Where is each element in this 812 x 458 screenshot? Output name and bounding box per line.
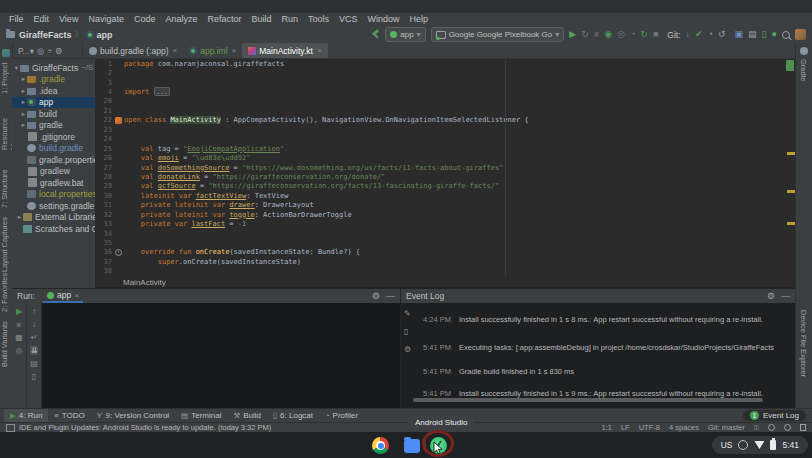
- tree-item-gradlew-bat[interactable]: gradlew.bat: [12, 177, 95, 189]
- profiler-icon[interactable]: ◔: [630, 28, 635, 41]
- collapse-all-icon[interactable]: ÷: [47, 46, 52, 56]
- apply-changes-icon[interactable]: ↻: [581, 28, 589, 41]
- system-tray[interactable]: US 5:41: [712, 436, 808, 454]
- mark-read-icon[interactable]: ✎: [404, 309, 411, 318]
- chevron-icon[interactable]: ▸: [20, 75, 27, 83]
- menu-item-refactor[interactable]: Refactor: [202, 13, 246, 26]
- stripe-7-structure[interactable]: 7: Structure: [0, 165, 12, 213]
- stripe-2-favorites[interactable]: 2: Favorites: [0, 268, 12, 316]
- status-segment-git-master[interactable]: Git: master: [708, 423, 745, 432]
- stop-icon[interactable]: ■: [17, 320, 22, 329]
- stripe-build-variants[interactable]: Build Variants: [0, 318, 12, 370]
- soft-wrap-icon[interactable]: ↵: [31, 333, 38, 342]
- update-project-icon[interactable]: ↓: [686, 28, 691, 41]
- tree-item-local-properties[interactable]: local.properties: [12, 189, 95, 201]
- menu-item-vcs[interactable]: VCS: [334, 13, 363, 26]
- project-settings-icon[interactable]: ⚙: [55, 46, 63, 56]
- restore-layout-icon[interactable]: ▦: [15, 333, 23, 342]
- sdk-manager-icon[interactable]: ●: [772, 28, 777, 41]
- stop-process-icon[interactable]: ■: [653, 28, 658, 41]
- debug-icon[interactable]: ◉: [604, 28, 612, 41]
- tree-item-settings-gradle[interactable]: settings.gradle: [12, 200, 95, 212]
- tab-mainactivity-kt[interactable]: MainActivity.kt×: [242, 43, 327, 58]
- run-config-combo[interactable]: app ▾: [385, 27, 425, 42]
- chevron-icon[interactable]: ▾: [13, 64, 20, 72]
- readonly-lock-icon[interactable]: ⚿: [754, 424, 759, 432]
- stripe-gradle[interactable]: Gradle: [799, 59, 808, 82]
- run-console[interactable]: [43, 303, 400, 409]
- breadcrumb-project[interactable]: GiraffeFacts: [19, 30, 72, 40]
- code-editor[interactable]: 1package com.naranjaconsal.giraffefacts2…: [95, 59, 795, 277]
- close-icon[interactable]: ×: [232, 46, 237, 55]
- files-app-icon[interactable]: [404, 439, 420, 453]
- notifications-icon[interactable]: [784, 424, 791, 431]
- tree-item-build[interactable]: ▸build: [12, 108, 95, 120]
- history-icon[interactable]: ◔: [708, 28, 713, 41]
- device-combo[interactable]: Google Google Pixelbook Go ▾: [431, 27, 565, 42]
- menu-item-view[interactable]: View: [54, 13, 83, 26]
- profile-avatar[interactable]: [795, 29, 806, 40]
- log-settings-icon[interactable]: ⚙: [404, 345, 411, 354]
- menu-item-run[interactable]: Run: [277, 13, 304, 26]
- event-log-settings-icon[interactable]: ⚙: [767, 291, 775, 301]
- menu-item-edit[interactable]: Edit: [29, 13, 55, 26]
- tree-item-gradle[interactable]: ▸.gradle: [12, 74, 95, 86]
- close-icon[interactable]: ×: [317, 46, 322, 55]
- tab-build-gradle-app[interactable]: build.gradle (:app)×: [83, 43, 183, 58]
- menu-item-tools[interactable]: Tools: [303, 13, 334, 26]
- run-settings-icon[interactable]: ⚙: [372, 291, 380, 301]
- menu-item-code[interactable]: Code: [129, 13, 161, 26]
- run-tab-app[interactable]: app ×: [43, 289, 83, 303]
- event-log-entry[interactable]: 5:41 PMExecuting tasks: [:app:assembleDe…: [423, 343, 774, 352]
- status-segment-lf[interactable]: LF: [621, 423, 630, 432]
- run-icon[interactable]: ▶: [569, 28, 576, 41]
- layout-inspector-icon[interactable]: ▤: [748, 28, 757, 41]
- apply-code-changes-icon[interactable]: ↻: [640, 28, 648, 41]
- chevron-icon[interactable]: ▸: [20, 110, 27, 118]
- chevron-icon[interactable]: ▸: [20, 87, 27, 95]
- menu-item-analyze[interactable]: Analyze: [160, 13, 202, 26]
- tree-item-giraffefacts[interactable]: ▾GiraffeFacts~/S: [12, 62, 95, 74]
- tree-item-gradle[interactable]: ▸gradle: [12, 120, 95, 132]
- tree-item-idea[interactable]: ▸.idea: [12, 85, 95, 97]
- clear-log-icon[interactable]: ▯: [404, 327, 411, 336]
- kotlin-class-gutter-icon[interactable]: [115, 117, 122, 124]
- event-log-entry[interactable]: 5:41 PMInstall successfully finished in …: [423, 389, 763, 398]
- clear-all-icon[interactable]: ▯: [32, 372, 36, 381]
- coverage-icon[interactable]: ◎: [617, 28, 625, 41]
- menu-item-navigate[interactable]: Navigate: [83, 13, 129, 26]
- event-log-entry[interactable]: 4:24 PMInstall successfully finished in …: [423, 315, 763, 324]
- tree-item-app[interactable]: ▸app: [12, 97, 95, 109]
- toolwindow-button-profiler[interactable]: ◔Profiler: [319, 409, 364, 422]
- highlight-level-icon[interactable]: [768, 424, 775, 431]
- event-log-entry[interactable]: 5:41 PMGradle build finished in 1 s 830 …: [423, 367, 574, 376]
- minimize-icon[interactable]: —: [386, 291, 395, 301]
- stripe-resource-manager[interactable]: Resource Manager: [0, 88, 12, 150]
- menu-item-window[interactable]: Window: [363, 13, 405, 26]
- search-everywhere-icon[interactable]: [782, 31, 790, 39]
- breadcrumb-class[interactable]: MainActivity: [123, 278, 166, 287]
- build-hammer-icon[interactable]: [371, 30, 380, 39]
- override-gutter-icon[interactable]: ↑: [115, 249, 122, 256]
- menu-item-build[interactable]: Build: [246, 13, 276, 26]
- pin-icon[interactable]: ◎: [16, 346, 23, 355]
- chrome-icon[interactable]: [372, 437, 389, 454]
- tree-item-scratches-and-consoles[interactable]: Scratches and Consoles: [12, 223, 95, 235]
- horizontal-scrollbar[interactable]: [413, 398, 763, 402]
- toolwindow-button-terminal[interactable]: ▤Terminal: [175, 409, 227, 422]
- scroll-to-end-icon[interactable]: ⇊: [30, 346, 39, 355]
- project-view-dropdown[interactable]: P...▾: [18, 46, 34, 56]
- tree-item-external-libraries[interactable]: ▸External Libraries: [12, 212, 95, 224]
- status-segment-utf-8[interactable]: UTF-8: [639, 423, 660, 432]
- chevron-icon[interactable]: ▸: [20, 121, 27, 129]
- chevron-icon[interactable]: ▸: [16, 213, 23, 221]
- print-icon[interactable]: ▤: [30, 359, 38, 368]
- locate-file-icon[interactable]: ◎: [37, 46, 44, 56]
- rollback-icon[interactable]: ↺: [718, 28, 726, 41]
- tree-item-build-gradle[interactable]: build.gradle: [12, 143, 95, 155]
- minimize-icon[interactable]: —: [781, 291, 790, 301]
- toolwindow-button-todo[interactable]: ≡TODO: [48, 409, 90, 422]
- avd-manager-icon[interactable]: ▯: [762, 28, 767, 41]
- device-manager-icon[interactable]: ▣: [735, 28, 744, 41]
- stop-icon[interactable]: ■: [594, 28, 599, 41]
